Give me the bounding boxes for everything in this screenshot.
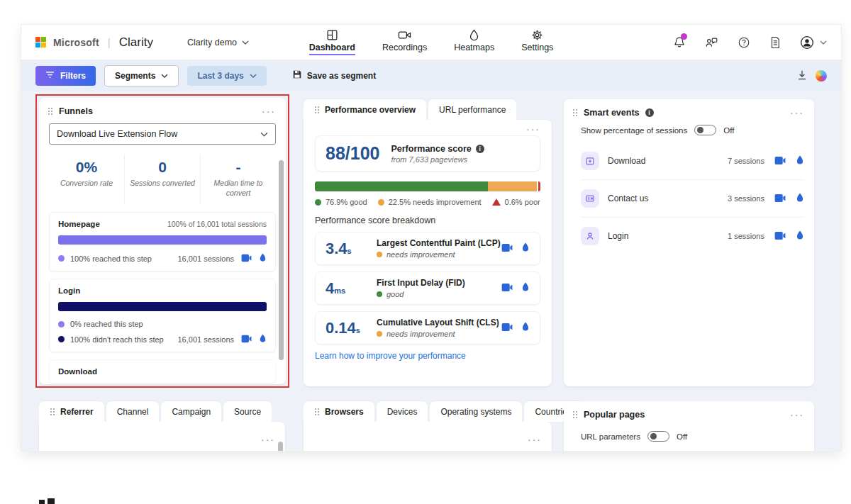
- url-parameters-toggle[interactable]: [647, 431, 669, 442]
- clarity-app-window: Microsoft | Clarity Clarity demo Dashboa…: [21, 25, 841, 451]
- tab-channel[interactable]: Channel: [106, 401, 160, 422]
- chevron-down-icon: [820, 40, 827, 45]
- funnel-step-download: Download: [49, 359, 276, 383]
- recordings-icon: [398, 29, 411, 41]
- funnel-select-value: Download Live Extension Flow: [57, 129, 260, 139]
- legend-text: 100% reached this step: [70, 254, 152, 263]
- tab-referrer[interactable]: Referrer: [39, 401, 104, 422]
- play-recordings-icon[interactable]: [501, 282, 513, 295]
- feedback-button[interactable]: [705, 36, 718, 49]
- notifications-button[interactable]: [673, 35, 686, 49]
- more-options-button[interactable]: [261, 437, 275, 442]
- heatmap-link-icon[interactable]: [796, 230, 804, 242]
- tab-performance-overview[interactable]: Performance overview: [304, 99, 426, 120]
- heatmap-link-icon[interactable]: [796, 155, 804, 167]
- chevron-down-icon: [250, 74, 257, 78]
- heatmap-link-icon[interactable]: [521, 242, 530, 255]
- date-range-button[interactable]: Last 3 days: [187, 66, 266, 86]
- heatmap-link-icon[interactable]: [259, 253, 267, 264]
- play-recordings-icon[interactable]: [241, 254, 252, 264]
- metric-status: needs improvement: [386, 250, 455, 259]
- event-name: Contact us: [608, 194, 648, 203]
- info-icon[interactable]: i: [476, 145, 484, 153]
- more-options-button[interactable]: [526, 127, 540, 131]
- heatmap-link-icon[interactable]: [521, 322, 530, 335]
- browsers-card: [304, 422, 552, 451]
- stat-value: -: [205, 159, 272, 176]
- legend-poor-label: 0.6% poor: [505, 198, 540, 206]
- legend-text: 0% reached this step: [70, 320, 143, 328]
- segments-button[interactable]: Segments: [104, 65, 179, 86]
- more-options-button[interactable]: [262, 109, 276, 113]
- tab-label: Devices: [387, 407, 418, 417]
- step-summary: 100% of 16,001 total sessions: [167, 220, 267, 228]
- heatmap-link-icon[interactable]: [259, 334, 267, 345]
- account-menu[interactable]: [800, 35, 827, 50]
- filters-button[interactable]: Filters: [35, 66, 96, 86]
- project-selector[interactable]: Clarity demo: [187, 38, 249, 47]
- help-button[interactable]: [738, 36, 750, 49]
- show-percentage-toggle[interactable]: [694, 125, 716, 135]
- play-recordings-icon[interactable]: [774, 231, 786, 242]
- legend-needs-label: 22.5% needs improvement: [389, 198, 482, 206]
- heatmap-link-icon[interactable]: [796, 193, 804, 204]
- drag-handle-icon[interactable]: [48, 107, 53, 116]
- filter-bar: Filters Segments Last 3 days Save as seg…: [21, 60, 841, 91]
- tab-label: URL performance: [439, 105, 506, 115]
- stat-label: Median time to convert: [205, 179, 272, 198]
- clipped-artifact: [48, 498, 55, 504]
- play-recordings-icon[interactable]: [241, 335, 252, 345]
- event-sessions: 1 sessions: [728, 232, 764, 240]
- more-options-button[interactable]: [790, 111, 804, 115]
- legend-text: 100% didn't reach this step: [70, 335, 164, 344]
- tab-dashboard-label: Dashboard: [309, 43, 355, 55]
- tab-dashboard[interactable]: Dashboard: [309, 29, 355, 55]
- tab-heatmaps[interactable]: Heatmaps: [454, 29, 494, 55]
- popular-pages-title: Popular pages: [584, 410, 645, 420]
- drag-handle-icon[interactable]: [572, 108, 578, 117]
- sessions-count: 16,001 sessions: [178, 254, 235, 263]
- tab-url-performance[interactable]: URL performance: [428, 99, 516, 120]
- play-recordings-icon[interactable]: [501, 322, 513, 335]
- tab-source[interactable]: Source: [223, 401, 272, 422]
- smart-event-download: Download 7 sessions: [581, 142, 804, 180]
- metric-status: good: [386, 290, 404, 298]
- play-recordings-icon[interactable]: [501, 242, 513, 255]
- funnels-scrollbar[interactable]: [279, 160, 284, 360]
- heatmap-link-icon[interactable]: [521, 282, 530, 295]
- smart-events-card: Smart events i Show percentage of sessio…: [564, 99, 814, 386]
- copilot-icon[interactable]: [816, 70, 827, 82]
- download-dashboard-icon[interactable]: [797, 70, 807, 81]
- save-icon: [292, 69, 302, 82]
- play-recordings-icon[interactable]: [774, 156, 786, 167]
- tab-devices[interactable]: Devices: [377, 401, 428, 422]
- tab-recordings[interactable]: Recordings: [382, 29, 427, 55]
- save-as-segment-button[interactable]: Save as segment: [282, 65, 386, 86]
- status-dot: [377, 291, 382, 297]
- metric-status: needs improvement: [386, 330, 455, 338]
- play-recordings-icon[interactable]: [774, 194, 786, 204]
- documentation-button[interactable]: [769, 36, 781, 49]
- popular-pages-card: Popular pages URL parameters Off: [564, 401, 814, 451]
- step-name: Homepage: [58, 220, 100, 228]
- more-options-button[interactable]: [790, 413, 804, 417]
- status-dot: [377, 252, 382, 257]
- info-icon[interactable]: i: [645, 108, 654, 117]
- tab-operating-systems[interactable]: Operating systems: [430, 401, 522, 422]
- tab-label: Source: [234, 407, 261, 417]
- tab-heatmaps-label: Heatmaps: [454, 43, 494, 54]
- metric-unit: ms: [334, 286, 345, 295]
- referrer-scrollbar[interactable]: [278, 442, 283, 451]
- contact-event-icon: [581, 189, 599, 208]
- more-options-button[interactable]: [528, 437, 542, 442]
- drag-handle-icon[interactable]: [572, 410, 578, 419]
- tab-label: Channel: [117, 407, 149, 417]
- tab-settings[interactable]: Settings: [521, 29, 553, 55]
- metric-name: Largest Contentful Paint (LCP): [377, 238, 501, 248]
- tab-browsers[interactable]: Browsers: [304, 401, 374, 422]
- funnel-select[interactable]: Download Live Extension Flow: [49, 123, 276, 145]
- improve-performance-link[interactable]: Learn how to improve your performance: [315, 351, 540, 361]
- brand-divider: |: [108, 36, 111, 48]
- tab-campaign[interactable]: Campaign: [161, 401, 221, 422]
- filter-icon: [45, 71, 55, 81]
